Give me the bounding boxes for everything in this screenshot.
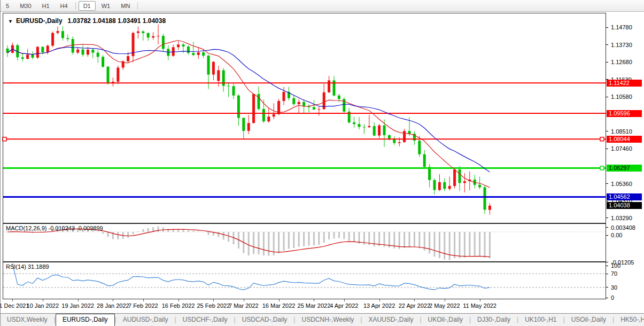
bull-candle bbox=[247, 115, 250, 134]
price-chart-panel[interactable]: ▼EURUSD-,Daily1.03782 1.04188 1.03491 1.… bbox=[1, 13, 606, 223]
price-axis-tick bbox=[606, 131, 608, 131]
bull-candle bbox=[132, 32, 135, 63]
bear-candle bbox=[373, 122, 376, 136]
macd-histogram-bar bbox=[484, 232, 486, 258]
line-handle[interactable] bbox=[600, 137, 604, 141]
bear-candle bbox=[459, 166, 461, 191]
timeframe-button-h4[interactable]: H4 bbox=[56, 1, 73, 11]
chart-tab-hk50-h[interactable]: HK50-,H bbox=[614, 314, 644, 326]
chart-tab-ukoil-daily[interactable]: UKOil-,Daily bbox=[422, 314, 469, 326]
line-handle[interactable] bbox=[600, 166, 604, 170]
chart-tab-usdchf-daily[interactable]: USDCHF-,Daily bbox=[176, 314, 234, 326]
rsi-line bbox=[12, 263, 490, 290]
bull-candle bbox=[172, 45, 175, 57]
price-axis[interactable]: 1.147801.137301.126801.116301.105801.085… bbox=[606, 13, 644, 299]
bear-candle bbox=[147, 32, 150, 41]
bear-candle bbox=[187, 45, 190, 55]
chart-tab-eurusd-daily[interactable]: EURUSD-,Daily bbox=[56, 314, 115, 326]
bear-candle bbox=[102, 55, 104, 68]
bear-candle bbox=[227, 82, 230, 97]
timeframe-button-m30[interactable]: M30 bbox=[15, 1, 36, 11]
time-axis-label: 11 May 2022 bbox=[463, 302, 496, 309]
time-axis[interactable]: 31 Dec 202110 Jan 202219 Jan 202228 Jan … bbox=[1, 299, 644, 313]
time-axis-tick bbox=[213, 299, 214, 301]
bull-candle bbox=[328, 76, 330, 93]
timeframe-button-d1[interactable]: D1 bbox=[79, 1, 96, 11]
bear-candle bbox=[142, 30, 144, 41]
time-axis-label: 31 Dec 2021 bbox=[0, 302, 29, 309]
time-axis-tick bbox=[143, 299, 144, 301]
time-axis-tick bbox=[414, 299, 415, 301]
dropdown-icon[interactable]: ▼ bbox=[8, 19, 13, 24]
macd-histogram-bar bbox=[188, 230, 189, 232]
chart-tab-audusd-daily[interactable]: AUDUSD-,Daily bbox=[117, 314, 175, 326]
macd-panel[interactable]: MACD(12,26,9) -0.010243 -0.009899 bbox=[1, 223, 606, 262]
bull-candle bbox=[117, 65, 119, 84]
macd-histogram-bar bbox=[444, 232, 445, 260]
time-axis-label: 28 Jan 2022 bbox=[97, 302, 129, 309]
bear-candle bbox=[207, 55, 210, 89]
price-axis-label: 1.08510 bbox=[611, 128, 632, 135]
line-handle[interactable] bbox=[3, 137, 6, 141]
chart-tab-usdx-weekly[interactable]: USDX,Weekly bbox=[1, 314, 54, 326]
price-level-label: 1.04562 bbox=[607, 193, 642, 200]
bull-candle bbox=[212, 61, 215, 80]
price-level-label: 1.09596 bbox=[607, 110, 642, 117]
bear-candle bbox=[66, 34, 69, 42]
timeframe-button-5[interactable]: 5 bbox=[1, 1, 14, 11]
bull-candle bbox=[51, 32, 54, 47]
macd-histogram-bar bbox=[142, 229, 144, 232]
bull-candle bbox=[157, 25, 160, 44]
price-axis-tick bbox=[606, 27, 608, 28]
bull-candle bbox=[152, 32, 154, 40]
timeframe-button-w1[interactable]: W1 bbox=[97, 1, 115, 11]
macd-histogram-bar bbox=[288, 232, 290, 249]
timeframe-button-h1[interactable]: H1 bbox=[37, 1, 55, 11]
macd-histogram-bar bbox=[278, 232, 280, 253]
candlestick-chart[interactable] bbox=[1, 13, 606, 223]
bull-candle bbox=[378, 124, 381, 138]
chart-tab-dj30-daily[interactable]: DJ30-,Daily bbox=[471, 314, 517, 326]
chart-tab-usoil-daily[interactable]: USOil-,Daily bbox=[565, 314, 612, 326]
bear-candle bbox=[162, 34, 165, 52]
bull-candle bbox=[197, 47, 200, 59]
macd-histogram-bar bbox=[374, 232, 375, 246]
time-axis-tick bbox=[113, 299, 113, 301]
rsi-panel[interactable]: RSI(14) 31.1889 bbox=[1, 262, 606, 299]
chart-tab-xauusd-daily[interactable]: XAUUSD-,Daily bbox=[362, 314, 420, 326]
bear-candle bbox=[91, 49, 94, 58]
macd-axis-tick bbox=[606, 227, 608, 228]
price-level-label: 1.08044 bbox=[607, 136, 642, 143]
timeframe-button-mn[interactable]: MN bbox=[116, 1, 135, 11]
time-axis-label: 13 Apr 2022 bbox=[363, 302, 395, 309]
macd-histogram-bar bbox=[318, 232, 320, 245]
price-axis-tick bbox=[606, 183, 608, 184]
bear-candle bbox=[393, 136, 395, 145]
chart-tab-uk100-h1[interactable]: UK100-,H1 bbox=[518, 314, 563, 326]
price-axis-tick bbox=[606, 97, 608, 97]
bull-candle bbox=[252, 94, 255, 123]
macd-histogram-bar bbox=[313, 232, 315, 245]
bear-candle bbox=[413, 131, 416, 144]
price-axis-label: 1.07460 bbox=[611, 145, 632, 152]
bull-candle bbox=[488, 203, 491, 215]
price-axis-label: 1.05360 bbox=[611, 181, 632, 187]
macd-histogram-bar bbox=[102, 232, 104, 234]
bear-candle bbox=[72, 36, 74, 55]
macd-histogram-bar bbox=[404, 232, 405, 248]
time-axis-label: 25 Mar 2022 bbox=[298, 302, 331, 309]
macd-histogram-bar bbox=[293, 232, 294, 248]
macd-histogram-bar bbox=[117, 232, 119, 239]
rsi-axis-tick bbox=[606, 298, 608, 298]
macd-histogram-bar bbox=[218, 232, 219, 237]
chart-tab-usdcnh-weekly[interactable]: USDCNH-,Weekly bbox=[295, 314, 360, 326]
rsi-chart[interactable] bbox=[1, 262, 606, 299]
rsi-header: RSI(14) 31.1889 bbox=[6, 263, 49, 270]
price-axis-tick bbox=[606, 201, 608, 201]
macd-histogram-bar bbox=[489, 232, 491, 258]
macd-histogram-bar bbox=[133, 232, 134, 234]
time-axis-tick bbox=[244, 299, 244, 301]
bull-candle bbox=[463, 173, 466, 192]
chart-tab-usdcad-daily[interactable]: USDCAD-,Daily bbox=[236, 314, 294, 326]
bear-candle bbox=[363, 124, 366, 134]
